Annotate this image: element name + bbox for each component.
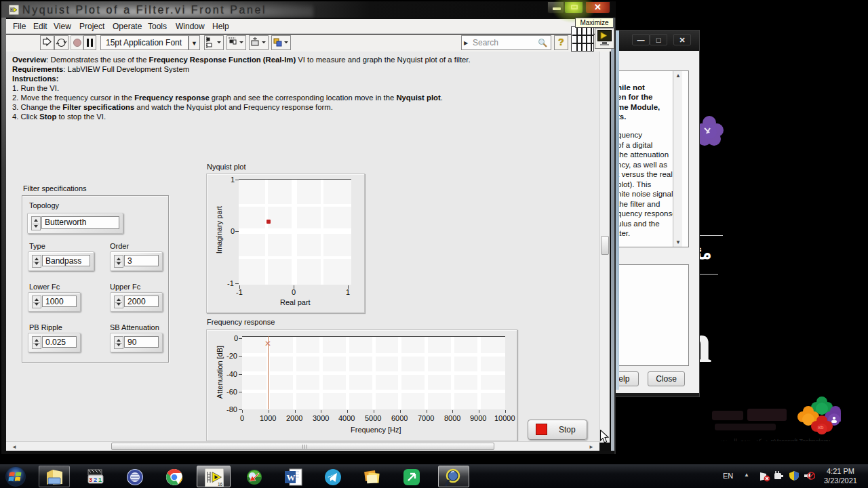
svg-text:3: 3 xyxy=(89,476,92,483)
svg-text:شبكة منتدى المهندسين nVecosoft: شبكة منتدى المهندسين nVecosoft Technolog… xyxy=(711,438,831,441)
svg-text:2: 2 xyxy=(94,476,97,483)
svg-text:xb: xb xyxy=(818,424,824,430)
svg-text:1: 1 xyxy=(98,476,102,483)
svg-text:W: W xyxy=(287,472,296,483)
svg-text:16: 16 xyxy=(218,482,223,487)
